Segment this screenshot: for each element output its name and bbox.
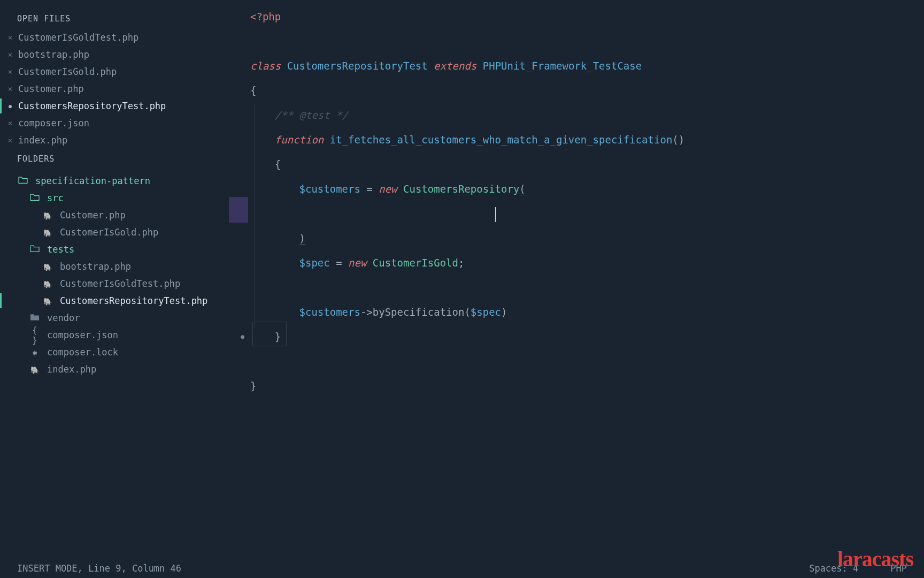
tree-item-label: CustomersRepositoryTest.php — [60, 295, 207, 306]
tree-composer-json[interactable]: { }composer.json — [0, 326, 229, 344]
open-paren: ( — [519, 183, 525, 195]
brand-watermark: laracasts — [837, 546, 913, 572]
modified-dot-icon[interactable]: ● — [6, 103, 14, 109]
open-file-customer-php[interactable]: ×Customer.php — [0, 80, 229, 97]
tree-item-label: vendor — [47, 313, 80, 323]
keyword-class: class — [250, 60, 281, 72]
close-icon[interactable]: × — [6, 85, 14, 93]
json-file-icon: { } — [29, 325, 41, 345]
php-file-icon: 🐘 — [42, 227, 53, 238]
folder-closed-icon — [29, 313, 41, 323]
tree-customerisgoldtest-php[interactable]: 🐘CustomerIsGoldTest.php — [0, 275, 229, 292]
tree-bootstrap-php[interactable]: 🐘bootstrap.php — [0, 258, 229, 275]
open-file-customerisgold-php[interactable]: ×CustomerIsGold.php — [0, 63, 229, 80]
fn-parens: () — [672, 134, 684, 146]
open-file-label: CustomerIsGold.php — [18, 66, 117, 77]
keyword-new: new — [379, 183, 397, 195]
open-file-label: Customer.php — [18, 83, 84, 94]
tree-customerisgold-php[interactable]: 🐘CustomerIsGold.php — [0, 224, 229, 241]
var-spec: $spec — [299, 257, 330, 269]
gutter-modified-dot: ● — [241, 324, 244, 349]
open-files-heading: OPEN FILES — [0, 11, 229, 29]
close-icon[interactable]: × — [6, 33, 14, 42]
php-open-tag: <?php — [250, 11, 281, 22]
folder-open-icon — [29, 193, 41, 203]
tree-customersrepositorytest-php[interactable]: 🐘CustomersRepositoryTest.php — [0, 292, 229, 309]
tree-item-label: specification-pattern — [35, 176, 150, 186]
open-file-bootstrap-php[interactable]: ×bootstrap.php — [0, 46, 229, 63]
class-spec: CustomerIsGold — [373, 257, 458, 269]
editor[interactable]: <?php class CustomersRepositoryTest exte… — [229, 0, 924, 559]
open-file-label: bootstrap.php — [18, 49, 89, 60]
keyword-new2: new — [348, 257, 366, 269]
class-name: CustomersRepositoryTest — [287, 60, 428, 72]
open-file-label: index.php — [18, 135, 67, 146]
tree-item-label: composer.json — [47, 330, 118, 340]
tree-item-label: CustomerIsGoldTest.php — [60, 278, 180, 289]
php-file-icon: 🐘 — [42, 262, 53, 272]
folder-open-icon — [29, 244, 41, 255]
equals: = — [360, 183, 379, 195]
tree-item-label: bootstrap.php — [60, 261, 131, 272]
base-class: PHPUnit_Framework_TestCase — [483, 60, 642, 72]
var-customers2: $customers — [299, 306, 360, 318]
close-paren: ) — [299, 232, 305, 245]
lock-file-icon: ✱ — [29, 347, 41, 358]
tree-item-label: tests — [47, 244, 74, 255]
tree-specification-pattern[interactable]: specification-pattern — [0, 172, 229, 189]
keyword-extends: extends — [434, 60, 476, 72]
tree-item-label: index.php — [47, 364, 96, 375]
tree-item-label: CustomerIsGold.php — [60, 227, 158, 238]
var-customers: $customers — [299, 183, 360, 195]
equals2: = — [330, 257, 348, 269]
docblock: /** @test */ — [275, 109, 348, 121]
open-file-label: CustomerIsGoldTest.php — [18, 32, 138, 43]
close-icon[interactable]: × — [6, 136, 14, 144]
text-cursor — [495, 207, 496, 222]
close-brace: } — [250, 380, 256, 392]
tree-composer-lock[interactable]: ✱composer.lock — [0, 344, 229, 361]
tree-index-php[interactable]: 🐘index.php — [0, 361, 229, 378]
open-brace: { — [250, 85, 256, 96]
close-icon[interactable]: × — [6, 119, 14, 127]
php-file-icon: 🐘 — [29, 364, 41, 375]
open-file-index-php[interactable]: ×index.php — [0, 132, 229, 149]
tree-item-label: src — [47, 193, 64, 203]
fn-open-brace: { — [275, 158, 281, 170]
close-paren2: ) — [501, 306, 507, 318]
php-file-icon: 🐘 — [42, 279, 53, 289]
php-file-icon: 🐘 — [42, 210, 53, 220]
php-file-icon: 🐘 — [42, 296, 53, 306]
tree-vendor[interactable]: vendor — [0, 309, 229, 326]
tree-tests[interactable]: tests — [0, 241, 229, 258]
open-file-customerisgoldtest-php[interactable]: ×CustomerIsGoldTest.php — [0, 29, 229, 46]
folders-heading: FOLDERS — [0, 151, 229, 169]
function-name: it_fetches_all_customers_who_match_a_giv… — [330, 134, 673, 146]
tree-item-label: composer.lock — [47, 347, 118, 358]
folder-open-icon — [17, 176, 29, 186]
open-file-label: composer.json — [18, 118, 89, 128]
arrow: -> — [360, 306, 373, 318]
open-paren2: ( — [464, 306, 470, 318]
method-byspec: bySpecification — [373, 306, 465, 318]
keyword-function: function — [275, 134, 324, 146]
semi: ; — [458, 257, 464, 269]
open-file-customersrepositorytest-php[interactable]: ●CustomersRepositoryTest.php — [0, 97, 229, 115]
open-file-composer-json[interactable]: ×composer.json — [0, 115, 229, 132]
sidebar: OPEN FILES ×CustomerIsGoldTest.php×boots… — [0, 0, 229, 559]
tree-src[interactable]: src — [0, 189, 229, 207]
close-icon[interactable]: × — [6, 50, 14, 59]
status-mode: INSERT MODE, Line 9, Column 46 — [17, 563, 181, 574]
open-file-label: CustomersRepositoryTest.php — [18, 101, 166, 111]
fn-close-brace: } — [275, 331, 281, 343]
tree-customer-php[interactable]: 🐘Customer.php — [0, 207, 229, 224]
close-icon[interactable]: × — [6, 67, 14, 76]
var-spec2: $spec — [471, 306, 501, 318]
class-repo: CustomersRepository — [403, 183, 519, 195]
tree-item-label: Customer.php — [60, 210, 126, 220]
status-bar: INSERT MODE, Line 9, Column 46 Spaces: 4… — [0, 559, 924, 578]
